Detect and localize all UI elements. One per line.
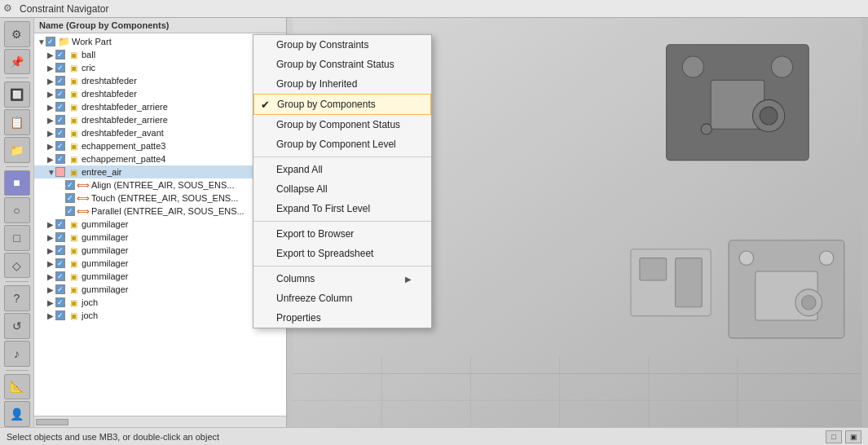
tree-expand-icon[interactable]: ▶ [47, 298, 55, 307]
tree-expand-icon[interactable]: ▶ [47, 77, 55, 86]
tree-expand-icon[interactable]: ▶ [47, 90, 55, 99]
tree-check-icon[interactable] [55, 167, 65, 177]
tree-item[interactable]: ▼▣entree_air [34, 165, 286, 178]
menu-item-group-components[interactable]: ✔Group by Components [253, 94, 431, 115]
toolbar-icon-10[interactable]: ↺ [4, 313, 30, 339]
toolbar-icon-2[interactable]: 🔲 [4, 82, 30, 108]
tree-check-icon[interactable]: ✓ [55, 245, 65, 255]
tree-item[interactable]: ▶✓▣gummilager [34, 270, 286, 283]
menu-item-group-component-level[interactable]: Group by Component Level [253, 134, 431, 154]
tree-expand-icon[interactable]: ▶ [47, 142, 55, 151]
menu-item-collapse-all[interactable]: Collapse All [253, 179, 431, 199]
tree-item[interactable]: ▼✓📁Work Part [34, 35, 286, 48]
menu-item-label: Collapse All [276, 183, 328, 195]
menu-item-export-spreadsheet[interactable]: Export to Spreadsheet [253, 244, 431, 263]
tree-check-icon[interactable]: ✓ [65, 193, 75, 203]
toolbar-icon-6[interactable]: ○ [4, 197, 30, 223]
toolbar-icon-7[interactable]: □ [4, 225, 30, 251]
tree-expand-icon[interactable]: ▶ [47, 285, 55, 294]
tree-item[interactable]: ▶✓▣ball [34, 48, 286, 61]
tree-item[interactable]: ▶✓▣joch [34, 309, 286, 322]
toolbar-icon-3[interactable]: 📋 [4, 109, 30, 135]
tree-check-icon[interactable]: ✓ [55, 232, 65, 242]
status-btn-1[interactable]: □ [826, 430, 842, 443]
menu-item-label: Group by Constraints [276, 39, 368, 51]
tree-check-icon[interactable]: ✓ [55, 258, 65, 268]
tree-check-icon[interactable]: ✓ [55, 128, 65, 138]
toolbar-icon-11[interactable]: ♪ [4, 341, 30, 367]
tree-check-icon[interactable]: ✓ [55, 271, 65, 281]
tree-expand-icon[interactable]: ▶ [47, 311, 55, 320]
tree-expand-icon[interactable]: ▼ [47, 168, 55, 177]
toolbar-icon-9[interactable]: ? [4, 285, 30, 311]
tree-expand-icon[interactable]: ▶ [47, 233, 55, 242]
menu-item-expand-all[interactable]: Expand All [253, 160, 431, 179]
tree-item-icon: ▣ [67, 62, 80, 73]
tree-item[interactable]: ✓⟺Parallel (ENTREE_AIR, SOUS_ENS... [34, 205, 286, 218]
tree-item[interactable]: ▶✓▣gummilager [34, 218, 286, 231]
menu-item-group-constraint-status[interactable]: Group by Constraint Status [253, 55, 431, 74]
menu-item-properties[interactable]: Properties [253, 308, 431, 328]
toolbar-icon-5[interactable]: ■ [4, 170, 30, 196]
menu-item-group-constraints[interactable]: Group by Constraints [253, 35, 431, 55]
toolbar-icon-4[interactable]: 📁 [4, 137, 30, 163]
tree-check-icon[interactable]: ✓ [55, 76, 65, 86]
toolbar-icon-12[interactable]: 📐 [4, 374, 30, 400]
tree-check-icon[interactable]: ✓ [65, 206, 75, 216]
tree-expand-icon[interactable]: ▶ [47, 103, 55, 112]
tree-expand-icon[interactable]: ▶ [47, 51, 55, 59]
tree-item[interactable]: ✓⟺Align (ENTREE_AIR, SOUS_ENS... [34, 178, 286, 192]
toolbar-icon-1[interactable]: 📌 [4, 49, 30, 75]
tree-expand-icon[interactable]: ▶ [47, 259, 55, 268]
menu-item-expand-first[interactable]: Expand To First Level [253, 199, 431, 218]
tree-check-icon[interactable]: ✓ [55, 115, 65, 125]
tree-check-icon[interactable]: ✓ [46, 37, 55, 46]
tree-area[interactable]: ▼✓📁Work Part▶✓▣ball▶✓▣cric▶✓▣dreshtabfed… [34, 33, 286, 416]
tree-item[interactable]: ▶✓▣joch [34, 296, 286, 309]
tree-item[interactable]: ▶✓▣echappement_patte4 [34, 152, 286, 165]
tree-check-icon[interactable]: ✓ [55, 154, 65, 164]
tree-check-icon[interactable]: ✓ [55, 297, 65, 307]
tree-check-icon[interactable]: ✓ [55, 102, 65, 112]
tree-check-icon[interactable]: ✓ [55, 219, 65, 229]
menu-item-label: Columns [276, 273, 315, 284]
tree-item[interactable]: ▶✓▣dreshtabfeder [34, 87, 286, 100]
tree-item[interactable]: ▶✓▣cric [34, 61, 286, 74]
tree-expand-icon[interactable]: ▶ [47, 272, 55, 281]
tree-item[interactable]: ▶✓▣dreshtabfeder [34, 74, 286, 87]
tree-check-icon[interactable]: ✓ [55, 89, 65, 99]
tree-expand-icon[interactable]: ▶ [47, 246, 55, 255]
toolbar-icon-0[interactable]: ⚙ [4, 21, 30, 47]
nav-scrollbar[interactable] [34, 416, 286, 427]
menu-item-columns[interactable]: Columns▶ [253, 269, 431, 289]
tree-item[interactable]: ▶✓▣gummilager [34, 244, 286, 257]
tree-item[interactable]: ▶✓▣dreshtabfeder_arriere [34, 100, 286, 113]
toolbar-icon-13[interactable]: 👤 [4, 401, 30, 427]
tree-item[interactable]: ▶✓▣dreshtabfeder_avant [34, 126, 286, 139]
tree-check-icon[interactable]: ✓ [55, 141, 65, 151]
tree-item[interactable]: ▶✓▣gummilager [34, 231, 286, 244]
context-menu: Group by ConstraintsGroup by Constraint … [253, 34, 432, 328]
tree-item[interactable]: ✓⟺Touch (ENTREE_AIR, SOUS_ENS... [34, 192, 286, 205]
tree-expand-icon[interactable]: ▼ [37, 37, 46, 46]
menu-item-unfreeze-column[interactable]: Unfreeze Column [253, 289, 431, 308]
menu-item-export-browser[interactable]: Export to Browser [253, 224, 431, 244]
toolbar-icon-8[interactable]: ◇ [4, 253, 30, 279]
tree-expand-icon[interactable]: ▶ [47, 155, 55, 164]
tree-item[interactable]: ▶✓▣gummilager [34, 283, 286, 296]
tree-check-icon[interactable]: ✓ [55, 311, 65, 320]
tree-check-icon[interactable]: ✓ [65, 180, 75, 190]
tree-expand-icon[interactable]: ▶ [47, 129, 55, 138]
tree-item[interactable]: ▶✓▣gummilager [34, 257, 286, 270]
status-btn-2[interactable]: ▣ [845, 430, 861, 443]
tree-expand-icon[interactable]: ▶ [47, 220, 55, 229]
tree-check-icon[interactable]: ✓ [55, 50, 65, 59]
tree-item[interactable]: ▶✓▣dreshtabfeder_arriere [34, 113, 286, 126]
tree-expand-icon[interactable]: ▶ [47, 64, 55, 73]
tree-check-icon[interactable]: ✓ [55, 284, 65, 294]
menu-item-group-component-status[interactable]: Group by Component Status [253, 115, 431, 134]
tree-check-icon[interactable]: ✓ [55, 63, 65, 73]
menu-item-group-inherited[interactable]: Group by Inherited [253, 74, 431, 94]
tree-expand-icon[interactable]: ▶ [47, 116, 55, 125]
tree-item[interactable]: ▶✓▣echappement_patte3 [34, 139, 286, 152]
